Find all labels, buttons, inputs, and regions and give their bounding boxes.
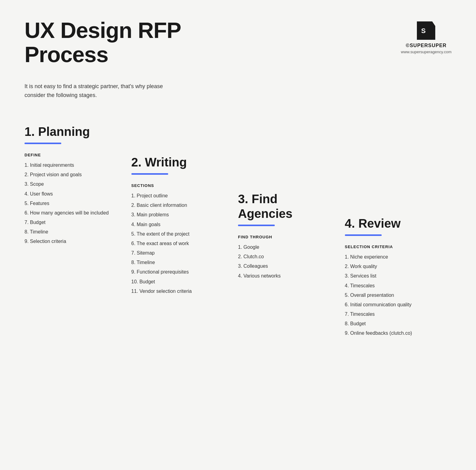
list-item: 1. Niche experience [345, 253, 452, 261]
list-item: 7. Sitemap [131, 249, 226, 257]
section-find-agencies: 3. Find Agencies FIND THROUGH 1. Google … [238, 118, 345, 281]
list-item: 5. Overall presentation [345, 291, 452, 299]
list-item: 6. Initial communication quality [345, 300, 452, 309]
brand-logo: S [417, 21, 435, 40]
list-item: 6. The exact areas of work [131, 239, 226, 248]
review-list: 1. Niche experience 2. Work quality 3. S… [345, 253, 452, 338]
page-title: UX Design RFP Process [25, 18, 181, 67]
section-review: 4. Review SELECTION CRITERIA 1. Niche ex… [345, 118, 452, 339]
agencies-title: 3. Find Agencies [238, 192, 333, 221]
list-item: 3. Main problems [131, 211, 226, 219]
list-item: 9. Online feedbacks (clutch.co) [345, 329, 452, 337]
list-item: 1. Initial requirenments [25, 161, 119, 169]
list-item: 3. Colleagues [238, 262, 333, 270]
section-planning: 1. Planning DEFINE 1. Initial requirenme… [25, 118, 131, 247]
agencies-subtitle: FIND THROUGH [238, 235, 333, 239]
planning-subtitle: DEFINE [25, 153, 119, 157]
list-item: 5. Features [25, 199, 119, 207]
writing-title: 2. Writing [131, 155, 226, 170]
list-item: 4. Various networks [238, 272, 333, 280]
planning-list: 1. Initial requirenments 2. Project visi… [25, 161, 119, 246]
writing-list: 1. Project outline 2. Basic client infor… [131, 192, 226, 295]
list-item: 5. The extent of the project [131, 230, 226, 238]
svg-text:S: S [421, 27, 426, 35]
agencies-list: 1. Google 2. Clutch.co 3. Colleagues 4. … [238, 243, 333, 280]
list-item: 11. Vendor selection criteria [131, 287, 226, 295]
page-subtitle: It is not easy to find a strategic partn… [25, 82, 178, 100]
brand-block: S ©SUPERSUPER www.supersuperagency.com [401, 21, 451, 54]
list-item: 2. Project vision and goals [25, 170, 119, 179]
review-underline [345, 234, 382, 236]
list-item: 2. Work quality [345, 262, 452, 270]
page-container: UX Design RFP Process S ©SUPERSUPER www.… [25, 18, 451, 339]
list-item: 2. Clutch.co [238, 252, 333, 261]
planning-title: 1. Planning [25, 124, 119, 139]
brand-logo-svg: S [417, 21, 435, 41]
brand-url: www.supersuperagency.com [401, 50, 451, 54]
list-item: 6. How many agencies will be included [25, 209, 119, 217]
planning-underline [25, 143, 61, 144]
review-subtitle: SELECTION CRITERIA [345, 244, 452, 249]
title-block: UX Design RFP Process [25, 18, 181, 67]
list-item: 2. Basic client information [131, 201, 226, 209]
writing-underline [131, 173, 168, 175]
list-item: 1. Project outline [131, 192, 226, 200]
list-item: 8. Timeline [131, 258, 226, 267]
svg-marker-0 [417, 21, 435, 40]
list-item: 7. Budget [25, 218, 119, 226]
list-item: 7. Timescales [345, 310, 452, 318]
list-item: 1. Google [238, 243, 333, 251]
sections-grid: 1. Planning DEFINE 1. Initial requirenme… [25, 118, 451, 339]
list-item: 3. Services list [345, 272, 452, 280]
list-item: 9. Selection criteria [25, 237, 119, 245]
agencies-underline [238, 225, 275, 226]
brand-name: ©SUPERSUPER [401, 43, 451, 48]
list-item: 8. Timeline [25, 228, 119, 236]
list-item: 9. Functional prerequisites [131, 268, 226, 276]
review-title: 4. Review [345, 216, 452, 231]
list-item: 4. Timescales [345, 282, 452, 290]
list-item: 10. Budget [131, 278, 226, 286]
writing-subtitle: SECTIONS [131, 183, 226, 188]
list-item: 4. User flows [25, 190, 119, 198]
list-item: 8. Budget [345, 319, 452, 328]
section-writing: 2. Writing SECTIONS 1. Project outline 2… [131, 118, 238, 297]
header: UX Design RFP Process S ©SUPERSUPER www.… [25, 18, 451, 67]
list-item: 3. Scope [25, 180, 119, 188]
list-item: 4. Main goals [131, 220, 226, 229]
